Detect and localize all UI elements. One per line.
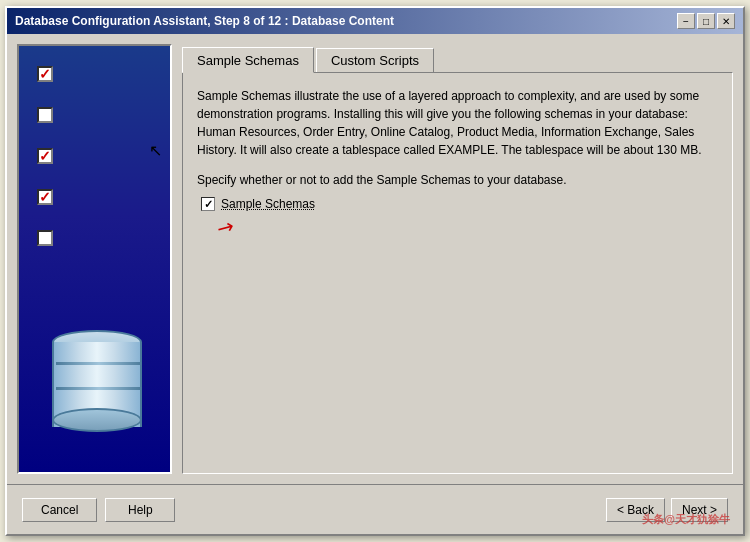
list-item: ✓	[27, 148, 162, 164]
checkbox-3[interactable]: ✓	[37, 148, 53, 164]
arrow-annotation: ↗	[197, 215, 718, 239]
description-text: Sample Schemas illustrate the use of a l…	[197, 87, 718, 159]
minimize-button[interactable]: −	[677, 13, 695, 29]
title-bar-buttons: − □ ✕	[677, 13, 735, 29]
cancel-button[interactable]: Cancel	[22, 498, 97, 522]
watermark-text: 头条@天才犰狳牛	[642, 512, 730, 527]
db-cylinder	[52, 322, 142, 432]
cylinder-line-1	[56, 362, 142, 365]
close-button[interactable]: ✕	[717, 13, 735, 29]
bottom-bar: Cancel Help < Back Next >	[7, 484, 743, 534]
tabs-bar: Sample Schemas Custom Scripts	[182, 44, 733, 72]
help-button[interactable]: Help	[105, 498, 175, 522]
tab-custom-scripts[interactable]: Custom Scripts	[316, 48, 434, 72]
checkbox-2[interactable]	[37, 107, 53, 123]
sample-schemas-label: Sample Schemas	[221, 197, 315, 211]
database-illustration	[34, 322, 160, 432]
red-arrow-icon: ↗	[212, 212, 239, 241]
specify-text: Specify whether or not to add the Sample…	[197, 173, 718, 187]
left-panel: ✓ ✓ ✓	[17, 44, 172, 474]
cylinder-bottom	[52, 408, 142, 432]
content-area: ✓ ✓ ✓	[7, 34, 743, 484]
main-window: Database Configuration Assistant, Step 8…	[5, 6, 745, 536]
window-title: Database Configuration Assistant, Step 8…	[15, 14, 394, 28]
cursor-arrow-icon: ↖	[149, 141, 162, 160]
list-item	[27, 107, 162, 123]
tab-content: Sample Schemas illustrate the use of a l…	[182, 72, 733, 474]
checkbox-4[interactable]: ✓	[37, 189, 53, 205]
maximize-button[interactable]: □	[697, 13, 715, 29]
checkbox-1[interactable]: ✓	[37, 66, 53, 82]
checkbox-5[interactable]	[37, 230, 53, 246]
left-checkboxes: ✓ ✓ ✓	[27, 66, 162, 246]
title-bar: Database Configuration Assistant, Step 8…	[7, 8, 743, 34]
sample-schemas-checkbox[interactable]	[201, 197, 215, 211]
cylinder-line-2	[56, 387, 142, 390]
tab-sample-schemas[interactable]: Sample Schemas	[182, 47, 314, 73]
right-panel: Sample Schemas Custom Scripts Sample Sch…	[182, 44, 733, 474]
list-item: ✓	[27, 189, 162, 205]
bottom-left-buttons: Cancel Help	[22, 498, 175, 522]
list-item	[27, 230, 162, 246]
list-item: ✓	[27, 66, 162, 82]
sample-schemas-checkbox-row: Sample Schemas	[201, 197, 718, 211]
